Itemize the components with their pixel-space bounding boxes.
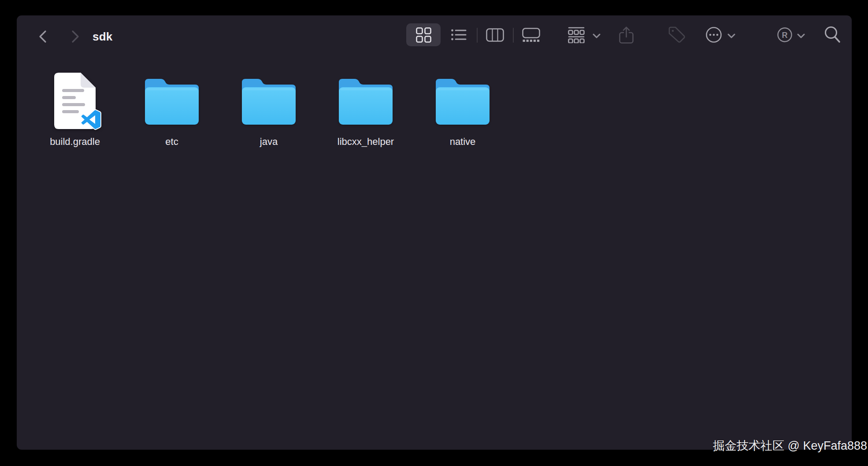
chevron-right-icon <box>71 30 79 43</box>
folder-label: etc <box>165 135 178 148</box>
folder-icon <box>145 79 199 125</box>
list-view-icon <box>451 29 467 41</box>
r-circle-letter: R <box>782 31 788 40</box>
gallery-view-icon <box>522 28 540 42</box>
chevron-down-icon <box>592 32 601 39</box>
folder-label: libcxx_helper <box>338 135 394 148</box>
r-circle-icon: R <box>777 27 793 43</box>
folder-label: native <box>450 135 476 148</box>
share-button[interactable] <box>616 25 636 44</box>
chevron-left-icon <box>39 30 47 43</box>
folder-icon-box <box>339 67 393 129</box>
file-item[interactable]: build.gradle <box>26 67 123 148</box>
toolbar: sdk <box>17 15 852 58</box>
columns-view-icon <box>486 28 504 42</box>
more-options-button[interactable] <box>704 25 723 44</box>
folder-item[interactable]: libcxx_helper <box>317 67 414 148</box>
view-button-list[interactable] <box>441 23 476 46</box>
search-button[interactable] <box>823 25 842 44</box>
document-icon <box>54 73 101 129</box>
chevron-down-icon <box>727 32 736 39</box>
watermark: 掘金技术社区 @ KeyFafa888 <box>713 438 867 454</box>
desktop: { "window": { "title": "sdk" }, "toolbar… <box>0 0 868 466</box>
folder-icon-box <box>436 67 490 129</box>
grid-view-icon <box>416 27 431 43</box>
tags-button[interactable] <box>667 25 686 44</box>
forward-button[interactable] <box>70 30 81 44</box>
finder-window: sdk <box>17 15 852 450</box>
view-button-icons[interactable] <box>406 23 441 46</box>
tag-icon <box>668 26 685 43</box>
file-label: build.gradle <box>50 135 100 148</box>
ellipsis-circle-icon <box>705 26 722 43</box>
chevron-down-icon <box>797 32 805 39</box>
view-button-columns[interactable] <box>478 23 512 46</box>
share-icon <box>619 26 634 44</box>
folder-item[interactable]: native <box>414 67 511 148</box>
folder-item[interactable]: java <box>220 67 317 148</box>
folder-icon-box <box>145 67 199 129</box>
back-button[interactable] <box>37 30 48 44</box>
group-by-button[interactable] <box>568 25 585 44</box>
group-by-icon <box>568 27 585 43</box>
extension-r-button[interactable]: R <box>775 25 794 44</box>
file-grid: build.gradle etc <box>26 67 511 148</box>
folder-icon <box>339 79 393 125</box>
file-icon-box <box>49 67 101 129</box>
folder-icon-box <box>242 67 296 129</box>
view-button-gallery[interactable] <box>514 23 548 46</box>
search-icon <box>824 26 841 44</box>
folder-icon <box>242 79 296 125</box>
folder-icon <box>436 79 490 125</box>
folder-label: java <box>260 135 278 148</box>
folder-item[interactable]: etc <box>123 67 220 148</box>
window-title: sdk <box>93 30 112 44</box>
